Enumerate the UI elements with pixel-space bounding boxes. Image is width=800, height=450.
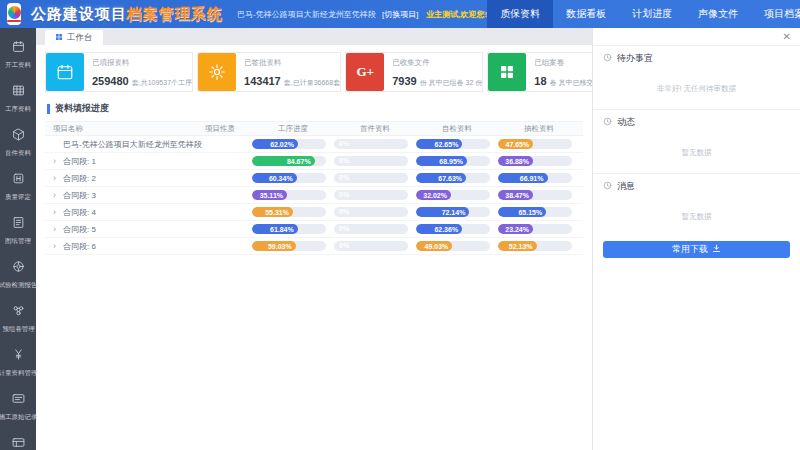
right-section-header: 消息: [593, 173, 800, 199]
tab-strip: 工作台: [36, 28, 592, 45]
sidebar-item-label: 工序资料: [5, 104, 31, 113]
progress-bar: 47.65%: [498, 139, 572, 149]
expand-chevron-icon[interactable]: ›: [53, 207, 59, 217]
division-icon: [12, 435, 25, 450]
right-section-header: 待办事宜: [593, 45, 800, 71]
nav-item-2[interactable]: 数据看板: [553, 0, 619, 28]
progress-bar: 62.36%: [416, 224, 490, 234]
test-icon: [12, 259, 25, 277]
project-name-text: 合同段: 3: [63, 190, 96, 201]
sidebar-item-4[interactable]: 质量评定: [0, 164, 36, 208]
record-icon: [12, 391, 25, 409]
right-section-2: 动态暂无数据: [593, 109, 800, 173]
progress-cell-2: 0%: [334, 224, 416, 234]
table-row-2[interactable]: ›合同段: 184.67%0%68.95%36.88%: [45, 153, 583, 170]
column-header-4: 首件资料: [334, 124, 416, 134]
current-project-name: 巴马-凭祥公路项目大新经龙州至凭祥段: [237, 10, 376, 19]
sidebar-item-label: 开工资料: [5, 60, 31, 69]
progress-fill: 65.15%: [498, 207, 546, 217]
table-row-5[interactable]: ›合同段: 455.31%0%72.14%65.15%: [45, 204, 583, 221]
progress-label: 0%: [339, 190, 349, 200]
right-section-1: 待办事宜非常好! 无任何待审数据: [593, 45, 800, 109]
progress-cell-3: 72.14%: [416, 207, 498, 217]
stat-suffix: 卷 其中已移交 0 卷: [550, 79, 592, 86]
clock-icon: [603, 117, 612, 128]
stat-label: 已组案卷: [534, 58, 592, 68]
table-row-7[interactable]: ›合同段: 659.03%0%49.03%52.13%: [45, 238, 583, 255]
expand-chevron-icon[interactable]: ›: [53, 224, 59, 234]
sidebar-item-5[interactable]: 图纸管理: [0, 208, 36, 252]
close-icon[interactable]: ✕: [783, 31, 791, 42]
progress-section-title: 资料填报进度: [45, 98, 583, 121]
stat-meta: 已收集文件7939份 其中已组卷 32 份: [384, 53, 482, 91]
nav-item-1[interactable]: 质保资料: [487, 0, 553, 28]
right-section-header: 动态: [593, 109, 800, 135]
app-logo: [7, 3, 21, 25]
common-downloads-button[interactable]: 常用下载: [603, 241, 790, 258]
sidebar-item-3[interactable]: 首件资料: [0, 120, 36, 164]
progress-cell-2: 0%: [334, 173, 416, 183]
sidebar-item-label: 计量资料管理: [0, 368, 37, 377]
sidebar-item-6[interactable]: 试验检测报告: [0, 252, 36, 296]
sidebar-item-10[interactable]: 项目划分管理: [0, 428, 36, 450]
right-section-content: 非常好! 无任何待审数据: [593, 71, 800, 109]
progress-cell-1: 55.31%: [252, 207, 334, 217]
sidebar-item-1[interactable]: 开工资料: [0, 32, 36, 76]
table-row-4[interactable]: ›合同段: 335.11%0%32.02%38.47%: [45, 187, 583, 204]
progress-bar: 32.02%: [416, 190, 490, 200]
stat-card-4: 已组案卷18卷 其中已移交 0 卷: [487, 52, 592, 92]
progress-bar: 60.34%: [252, 173, 326, 183]
main-area: 工作台 已填报资料259480套,共109537个工序已签批资料143417套,…: [36, 28, 592, 450]
progress-bar: 0%: [334, 241, 408, 251]
stat-meta: 已填报资料259480套,共109537个工序: [84, 53, 192, 91]
progress-fill: 62.02%: [252, 139, 298, 149]
cluster-icon: [12, 303, 25, 321]
sidebar-item-9[interactable]: 施工原始记录: [0, 384, 36, 428]
table-row-1[interactable]: ›巴马-凭祥公路项目大新经龙州至凭祥段62.02%0%62.65%47.65%: [45, 136, 583, 153]
progress-fill: 49.03%: [416, 241, 452, 251]
project-name-cell: ›合同段: 2: [45, 173, 205, 184]
yen-icon: [12, 347, 25, 365]
progress-bar: 68.95%: [416, 156, 490, 166]
clock-icon: [603, 181, 612, 192]
progress-label: 0%: [339, 241, 349, 251]
sidebar-item-label: 预组卷管理: [2, 324, 34, 333]
expand-chevron-icon[interactable]: ›: [53, 173, 59, 183]
stat-meta: 已签批资料143417套,已计量36668套: [236, 53, 340, 91]
progress-bar: 0%: [334, 156, 408, 166]
download-icon: [712, 244, 721, 255]
right-section-title: 消息: [617, 180, 635, 193]
expand-chevron-icon[interactable]: ›: [53, 156, 59, 166]
project-name-cell: ›合同段: 3: [45, 190, 205, 201]
progress-cell-4: 36.88%: [498, 156, 580, 166]
section-accent-bar: [47, 104, 50, 114]
table-row-3[interactable]: ›合同段: 260.34%0%67.63%66.91%: [45, 170, 583, 187]
progress-fill: 47.65%: [498, 139, 533, 149]
app-title-secondary: 档案管理系统: [127, 5, 223, 22]
progress-cell-4: 52.13%: [498, 241, 580, 251]
sidebar-item-8[interactable]: 计量资料管理: [0, 340, 36, 384]
switch-project-link[interactable]: [切换项目]: [382, 10, 418, 19]
sidebar-item-label: 施工原始记录: [0, 412, 37, 421]
stat-value: 143417: [244, 75, 281, 87]
progress-bar: 55.31%: [252, 207, 326, 217]
progress-bar: 49.03%: [416, 241, 490, 251]
expand-chevron-icon[interactable]: ›: [53, 190, 59, 200]
current-project: 巴马-凭祥公路项目大新经龙州至凭祥段 [切换项目]: [237, 9, 418, 20]
nav-item-5[interactable]: 项目档案: [751, 0, 800, 28]
progress-cell-1: 59.03%: [252, 241, 334, 251]
sidebar-item-7[interactable]: 预组卷管理: [0, 296, 36, 340]
progress-bar: 35.11%: [252, 190, 326, 200]
progress-cell-4: 23.24%: [498, 224, 580, 234]
sidebar-item-2[interactable]: 工序资料: [0, 76, 36, 120]
progress-bar: 23.24%: [498, 224, 572, 234]
tab-workspace[interactable]: 工作台: [45, 30, 103, 45]
progress-bar: 62.02%: [252, 139, 326, 149]
project-name-text: 合同段: 1: [63, 156, 96, 167]
nav-item-4[interactable]: 声像文件: [685, 0, 751, 28]
stat-suffix: 份 其中已组卷 32 份: [420, 79, 483, 86]
table-row-6[interactable]: ›合同段: 561.84%0%62.36%23.24%: [45, 221, 583, 238]
app-window: 公路建设项目档案管理系统 巴马-凭祥公路项目大新经龙州至凭祥段 [切换项目] 业…: [0, 0, 800, 450]
expand-chevron-icon[interactable]: ›: [53, 241, 59, 251]
nav-item-3[interactable]: 计划进度: [619, 0, 685, 28]
